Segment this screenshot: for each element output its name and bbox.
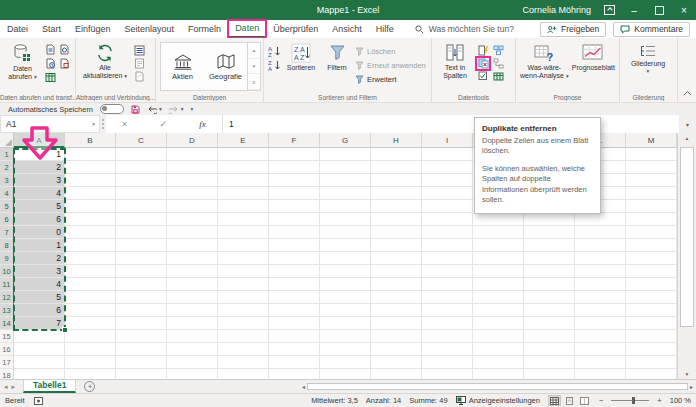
cell-J16[interactable]: [473, 343, 524, 356]
cell-A7[interactable]: 0: [14, 226, 65, 239]
what-if-analysis-button[interactable]: ? Was-wäre-wenn-Analyse ▾: [520, 41, 569, 81]
cell-B13[interactable]: [65, 304, 116, 317]
cell-B8[interactable]: [65, 239, 116, 252]
cell-L14[interactable]: [575, 317, 626, 330]
page-break-view-icon[interactable]: [578, 395, 591, 406]
cell-B14[interactable]: [65, 317, 116, 330]
cell-F6[interactable]: [269, 213, 320, 226]
cell-F7[interactable]: [269, 226, 320, 239]
cell-H15[interactable]: [371, 330, 422, 343]
cell-B17[interactable]: [65, 356, 116, 369]
cell-G16[interactable]: [320, 343, 371, 356]
gallery-up-icon[interactable]: ▴: [248, 43, 260, 59]
cell-L18[interactable]: [575, 369, 626, 379]
advanced-filter-button[interactable]: Erweitert: [355, 73, 426, 86]
cell-D2[interactable]: [167, 161, 218, 174]
row-header-2[interactable]: 2: [0, 161, 14, 174]
scroll-up-icon[interactable]: ▴: [678, 135, 696, 141]
horizontal-scrollbar-thumb[interactable]: [307, 383, 688, 390]
tab-überprüfen[interactable]: Überprüfen: [266, 20, 325, 38]
cell-B1[interactable]: [65, 148, 116, 161]
status-average[interactable]: Mittelwert: 3,5: [311, 396, 358, 405]
cell-C13[interactable]: [116, 304, 167, 317]
cell-A11[interactable]: 4: [14, 278, 65, 291]
cell-H5[interactable]: [371, 200, 422, 213]
cell-K11[interactable]: [524, 278, 575, 291]
cell-A4[interactable]: 4: [14, 187, 65, 200]
cell-G6[interactable]: [320, 213, 371, 226]
cell-B18[interactable]: [65, 369, 116, 379]
cell-H8[interactable]: [371, 239, 422, 252]
cell-C2[interactable]: [116, 161, 167, 174]
edit-links-icon[interactable]: [133, 71, 145, 82]
cell-K15[interactable]: [524, 330, 575, 343]
cell-I4[interactable]: [422, 187, 473, 200]
cell-D11[interactable]: [167, 278, 218, 291]
cell-L15[interactable]: [575, 330, 626, 343]
cell-B2[interactable]: [65, 161, 116, 174]
column-header-H[interactable]: H: [371, 133, 422, 148]
zoom-out-icon[interactable]: −: [599, 396, 603, 405]
row-header-6[interactable]: 6: [0, 213, 14, 226]
expand-formula-bar-icon[interactable]: ▾: [679, 115, 696, 133]
zoom-level[interactable]: 100 %: [670, 396, 691, 405]
cell-F17[interactable]: [269, 356, 320, 369]
cell-C10[interactable]: [116, 265, 167, 278]
cell-C18[interactable]: [116, 369, 167, 379]
cell-F11[interactable]: [269, 278, 320, 291]
status-sum[interactable]: Summe: 49: [409, 396, 447, 405]
cell-F16[interactable]: [269, 343, 320, 356]
cell-K8[interactable]: [524, 239, 575, 252]
cell-F3[interactable]: [269, 174, 320, 187]
cell-I2[interactable]: [422, 161, 473, 174]
cell-E15[interactable]: [218, 330, 269, 343]
tab-datei[interactable]: Datei: [0, 20, 35, 38]
cell-E16[interactable]: [218, 343, 269, 356]
sheet-tab-tabelle1[interactable]: Tabelle1: [23, 380, 76, 393]
cell-C15[interactable]: [116, 330, 167, 343]
cell-F14[interactable]: [269, 317, 320, 330]
cell-M11[interactable]: [626, 278, 677, 291]
vertical-scrollbar-thumb[interactable]: [680, 147, 694, 327]
cell-J6[interactable]: [473, 213, 524, 226]
fill-handle[interactable]: [62, 327, 68, 333]
cell-I3[interactable]: [422, 174, 473, 187]
cell-A15[interactable]: [14, 330, 65, 343]
cell-M10[interactable]: [626, 265, 677, 278]
cell-D12[interactable]: [167, 291, 218, 304]
minimize-button[interactable]: –: [628, 4, 640, 16]
cell-I15[interactable]: [422, 330, 473, 343]
cell-M6[interactable]: [626, 213, 677, 226]
cell-H6[interactable]: [371, 213, 422, 226]
cell-D4[interactable]: [167, 187, 218, 200]
cell-H4[interactable]: [371, 187, 422, 200]
existing-connections-icon[interactable]: [58, 58, 70, 69]
cell-G5[interactable]: [320, 200, 371, 213]
cell-C14[interactable]: [116, 317, 167, 330]
cell-E1[interactable]: [218, 148, 269, 161]
cell-J12[interactable]: [473, 291, 524, 304]
cell-C7[interactable]: [116, 226, 167, 239]
cell-D7[interactable]: [167, 226, 218, 239]
cell-C1[interactable]: [116, 148, 167, 161]
forecast-sheet-button[interactable]: Prognoseblatt: [572, 41, 615, 72]
gallery-scroll[interactable]: ▴ ▾ ≡: [247, 43, 260, 90]
stocks-button[interactable]: Aktien: [161, 43, 204, 90]
cell-D14[interactable]: [167, 317, 218, 330]
cell-I5[interactable]: [422, 200, 473, 213]
cell-J18[interactable]: [473, 369, 524, 379]
cell-F9[interactable]: [269, 252, 320, 265]
data-validation-icon[interactable]: [477, 71, 489, 82]
cell-J11[interactable]: [473, 278, 524, 291]
cell-F4[interactable]: [269, 187, 320, 200]
cell-K6[interactable]: [524, 213, 575, 226]
cell-A14[interactable]: 7: [14, 317, 65, 330]
cell-K7[interactable]: [524, 226, 575, 239]
sort-button[interactable]: ZA AZ Sortieren: [283, 41, 319, 72]
row-header-11[interactable]: 11: [0, 278, 14, 291]
cell-M15[interactable]: [626, 330, 677, 343]
cell-K10[interactable]: [524, 265, 575, 278]
queries-connections-icon[interactable]: [133, 45, 145, 56]
cell-G17[interactable]: [320, 356, 371, 369]
cell-I14[interactable]: [422, 317, 473, 330]
